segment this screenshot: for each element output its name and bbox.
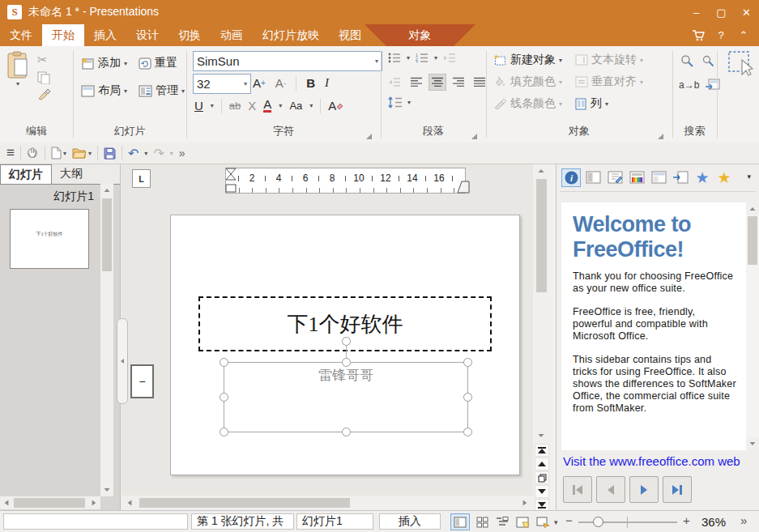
canvas-vertical-scrollbar[interactable] <box>534 164 549 510</box>
resize-handle-se[interactable] <box>463 428 472 436</box>
cut-icon[interactable]: ✂ <box>37 53 51 67</box>
object-dialog-launcher[interactable] <box>658 134 663 139</box>
undo-dropdown[interactable]: ▾ <box>144 150 147 157</box>
numbered-list-dropdown[interactable]: ▾ <box>434 54 437 62</box>
window-panel-icon[interactable] <box>649 168 668 187</box>
scrollbar-thumb[interactable] <box>748 216 757 265</box>
slide-layout-button[interactable]: 布局▾ <box>81 83 127 98</box>
new-object-button[interactable]: 新建对象▾ <box>493 53 562 67</box>
line-color-button[interactable]: 线条颜色▾ <box>493 96 562 111</box>
scroll-up-icon[interactable] <box>746 202 759 215</box>
tab-insert[interactable]: 插入 <box>84 24 126 46</box>
slide-editor-canvas[interactable]: L 2 4 6 8 10 12 14 16 − <box>122 164 533 510</box>
outline-view-button[interactable] <box>492 513 512 530</box>
line-spacing-dropdown[interactable]: ▾ <box>407 99 411 106</box>
collapse-ribbon-icon[interactable]: ⌃ <box>735 27 753 45</box>
panel-collapse-handle[interactable] <box>117 318 128 404</box>
touch-mode-icon[interactable] <box>27 147 39 160</box>
text-rotation-button[interactable]: 文本旋转▾ <box>575 53 643 67</box>
open-document-button[interactable]: ▾ <box>72 147 92 159</box>
shop-cart-icon[interactable] <box>689 27 707 45</box>
scroll-down-icon[interactable] <box>100 483 113 496</box>
tab-transition[interactable]: 切换 <box>168 24 211 46</box>
info-panel-icon[interactable]: i <box>561 168 581 187</box>
font-color-button[interactable]: A <box>263 99 271 113</box>
panel-vertical-scrollbar[interactable] <box>100 184 113 496</box>
add-slide-button[interactable]: 添加▾ <box>81 56 127 70</box>
freeoffice-link[interactable]: Visit the www.freeoffice.com web <box>563 454 759 468</box>
redo-dropdown[interactable]: ▾ <box>170 150 173 157</box>
underline-dropdown[interactable]: ▾ <box>211 102 214 109</box>
dock-panel-icon[interactable] <box>671 168 690 187</box>
close-button[interactable]: ✕ <box>734 0 759 24</box>
save-button[interactable] <box>104 147 116 160</box>
last-tip-button[interactable] <box>663 476 692 503</box>
line-spacing-icon[interactable] <box>388 96 403 109</box>
font-color-dropdown[interactable]: ▾ <box>279 102 282 109</box>
change-case-dropdown[interactable]: ▾ <box>309 102 313 109</box>
numbered-list-icon[interactable]: 123 <box>416 53 429 63</box>
notes-view-button[interactable] <box>513 513 532 530</box>
grow-font-button[interactable]: A+ <box>253 76 266 90</box>
resize-handle-s[interactable] <box>342 428 351 436</box>
tab-object-contextual[interactable]: 对象 <box>365 24 475 46</box>
scroll-right-icon[interactable] <box>518 496 531 509</box>
horizontal-ruler[interactable]: 2 4 6 8 10 12 14 16 <box>225 168 466 194</box>
font-name-combo[interactable]: SimSun▾ <box>193 51 382 71</box>
reset-slide-button[interactable]: 重置 <box>139 56 177 70</box>
insert-mode-cell[interactable]: 插入 <box>379 513 441 530</box>
slide-sorter-button[interactable] <box>472 513 492 530</box>
zoom-out-button[interactable]: − <box>565 513 573 527</box>
resize-handle-sw[interactable] <box>220 428 228 436</box>
search-icon[interactable] <box>680 54 693 67</box>
minimize-button[interactable]: – <box>684 0 709 24</box>
new-document-dropdown[interactable]: ▾ <box>63 150 66 157</box>
first-slide-button[interactable] <box>535 444 549 457</box>
character-dialog-launcher[interactable] <box>366 134 372 139</box>
indent-markers[interactable] <box>225 168 237 194</box>
zoom-in-button[interactable]: + <box>683 513 690 527</box>
scroll-down-icon[interactable] <box>535 429 548 442</box>
bullet-list-icon[interactable] <box>388 53 401 63</box>
slideshow-dropdown[interactable]: ▾ <box>554 518 558 526</box>
tab-home[interactable]: 开始 <box>42 24 84 46</box>
tips-star-icon[interactable]: ★ <box>693 168 712 187</box>
slide-position-cell[interactable]: 第 1 张幻灯片, 共 <box>191 513 294 530</box>
subsuperscript-button[interactable]: X <box>248 99 256 113</box>
tab-view[interactable]: 视图 <box>329 24 371 46</box>
colors-panel-icon[interactable] <box>627 168 646 187</box>
resize-handle-n[interactable] <box>342 358 351 367</box>
normal-view-button[interactable] <box>450 513 470 530</box>
hamburger-menu-icon[interactable]: ≡ <box>6 145 15 161</box>
goto-icon[interactable] <box>706 79 720 91</box>
underline-button[interactable]: U <box>194 99 203 113</box>
new-document-button[interactable]: ▾ <box>51 147 66 160</box>
first-tip-button[interactable] <box>563 476 592 503</box>
fill-color-button[interactable]: 填充颜色▾ <box>493 74 562 89</box>
tab-slides-panel[interactable]: 幻灯片 <box>0 164 52 184</box>
subtitle-placeholder[interactable]: 雷锋哥哥 <box>224 362 468 432</box>
tab-animation[interactable]: 动画 <box>211 24 253 46</box>
scrollbar-thumb[interactable] <box>536 179 547 292</box>
rotation-handle[interactable] <box>342 337 351 346</box>
decrease-indent-icon[interactable] <box>388 77 401 87</box>
select-object-button[interactable] <box>535 471 549 484</box>
undo-button[interactable]: ↶ <box>128 146 139 161</box>
slide[interactable]: 下1个好软件 雷锋哥哥 <box>170 215 520 475</box>
search-again-icon[interactable] <box>701 54 714 67</box>
thumbnails-panel-icon[interactable] <box>583 168 603 187</box>
font-size-combo[interactable]: 32▾ <box>193 74 251 94</box>
slide-thumbnail[interactable]: 下1个好软件 <box>10 209 89 269</box>
italic-button[interactable]: I <box>325 76 329 90</box>
redo-button[interactable]: ↷ <box>153 146 164 161</box>
scrollbar-thumb[interactable] <box>102 198 112 271</box>
scroll-up-icon[interactable] <box>535 164 548 177</box>
columns-button[interactable]: 列▾ <box>575 96 608 111</box>
tab-outline-panel[interactable]: 大纲 <box>52 164 91 184</box>
scrollbar-thumb[interactable] <box>14 498 85 508</box>
panel-horizontal-scrollbar[interactable] <box>0 496 100 509</box>
align-center-button[interactable] <box>429 74 446 91</box>
paragraph-dialog-launcher[interactable] <box>471 134 477 139</box>
resize-handle-ne[interactable] <box>463 358 472 367</box>
copy-icon[interactable] <box>37 71 50 84</box>
